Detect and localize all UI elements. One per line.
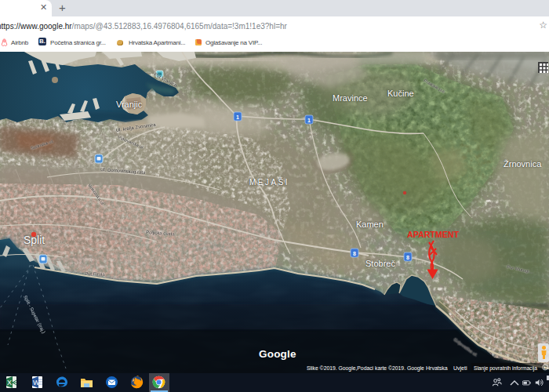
svg-text:APARTMENT: APARTMENT <box>407 230 459 239</box>
svg-text:Stobreč: Stobreč <box>365 259 395 268</box>
svg-text:Uvjeti: Uvjeti <box>453 365 467 372</box>
svg-text:Split: Split <box>24 234 45 246</box>
svg-text:8: 8 <box>353 251 356 256</box>
svg-text:1: 1 <box>307 118 311 123</box>
svg-text:Kučine: Kučine <box>387 89 414 98</box>
svg-text:Žrnovnica: Žrnovnica <box>504 159 542 169</box>
svg-text:8: 8 <box>406 255 409 260</box>
svg-text:Vranjic: Vranjic <box>116 100 143 109</box>
svg-text:Put Firula: Put Firula <box>85 271 106 277</box>
svg-text:1: 1 <box>236 114 239 120</box>
svg-text:Slike ©2019. Google,Podaci kar: Slike ©2019. Google,Podaci karte ©2019. … <box>307 365 424 372</box>
svg-text:Slanje povratnih informacija: Slanje povratnih informacija <box>474 365 537 372</box>
svg-text:X: X <box>7 379 12 387</box>
svg-text:MEJAŠI: MEJAŠI <box>249 177 289 187</box>
svg-text:Mravince: Mravince <box>333 93 368 103</box>
svg-text:Kamen: Kamen <box>356 220 384 229</box>
svg-text:Hrvatska: Hrvatska <box>426 365 448 371</box>
svg-text:i: i <box>544 365 545 370</box>
svg-text:Google: Google <box>259 348 296 360</box>
